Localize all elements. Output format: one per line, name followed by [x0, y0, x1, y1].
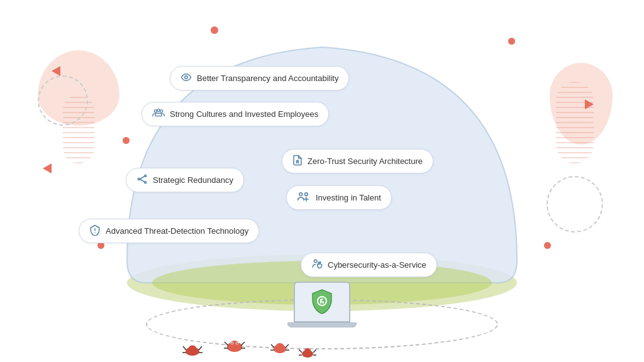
label-cybersecurity-service: Cybersecurity-as-a-Service — [301, 253, 437, 277]
svg-line-43 — [286, 344, 289, 348]
svg-line-35 — [183, 346, 186, 350]
label-zero-trust: Zero-Trust Security Architecture — [282, 149, 433, 173]
svg-rect-21 — [323, 301, 325, 304]
bug-right-1 — [270, 339, 289, 354]
svg-line-41 — [271, 344, 274, 348]
dot-5 — [544, 242, 551, 249]
svg-point-32 — [236, 343, 238, 344]
laptop-base — [287, 322, 357, 327]
svg-point-34 — [189, 346, 196, 351]
zero-trust-label: Zero-Trust Security Architecture — [308, 156, 423, 166]
label-better-transparency: Better Transparency and Accountability — [170, 66, 349, 90]
svg-line-10 — [140, 177, 145, 180]
better-transparency-label: Better Transparency and Accountability — [197, 74, 338, 83]
triangle-2 — [43, 163, 52, 173]
shield-warning-icon — [89, 224, 101, 238]
svg-point-46 — [304, 348, 311, 353]
svg-line-11 — [140, 179, 145, 182]
dashed-circle-2 — [547, 176, 603, 233]
svg-point-2 — [185, 76, 188, 79]
svg-point-5 — [160, 110, 163, 112]
label-advanced-threat: Advanced Threat-Detection Technology — [79, 219, 259, 243]
svg-point-40 — [276, 343, 284, 348]
eye-icon — [180, 72, 192, 85]
svg-line-27 — [241, 342, 245, 346]
person-shield-icon — [311, 258, 323, 272]
decorative-lines-right — [556, 82, 594, 163]
shield-laptop-icon — [309, 287, 335, 317]
svg-point-31 — [231, 343, 233, 344]
svg-line-47 — [299, 349, 302, 353]
svg-line-37 — [199, 346, 202, 350]
dashed-circle-1 — [38, 75, 88, 126]
laptop-screen — [294, 282, 350, 322]
svg-point-18 — [314, 260, 318, 263]
strong-cultures-label: Strong Cultures and Invested Employees — [170, 109, 318, 119]
strategic-redundancy-label: Strategic Redundancy — [153, 175, 233, 185]
svg-point-13 — [305, 193, 308, 196]
bug-left-2 — [182, 341, 203, 357]
cybersecurity-label: Cybersecurity-as-a-Service — [328, 260, 426, 270]
svg-line-49 — [313, 349, 316, 353]
triangle-1 — [52, 66, 60, 76]
svg-line-25 — [225, 342, 228, 346]
people-gear-icon — [297, 191, 311, 204]
label-investing-in-talent: Investing in Talent — [286, 185, 392, 210]
bug-left-1 — [223, 336, 246, 353]
svg-point-12 — [299, 193, 303, 196]
advanced-threat-label: Advanced Threat-Detection Technology — [106, 226, 248, 236]
svg-point-3 — [154, 110, 157, 112]
bug-right-2 — [299, 345, 316, 359]
triangle-3 — [585, 99, 594, 109]
nodes-icon — [136, 173, 148, 187]
laptop — [287, 282, 357, 327]
label-strong-cultures: Strong Cultures and Invested Employees — [142, 102, 329, 126]
doc-icon — [292, 155, 303, 168]
people-icon — [152, 107, 165, 121]
svg-point-4 — [157, 109, 160, 111]
investing-talent-label: Investing in Talent — [316, 193, 381, 202]
svg-point-22 — [321, 298, 323, 300]
label-strategic-redundancy: Strategic Redundancy — [126, 168, 244, 192]
